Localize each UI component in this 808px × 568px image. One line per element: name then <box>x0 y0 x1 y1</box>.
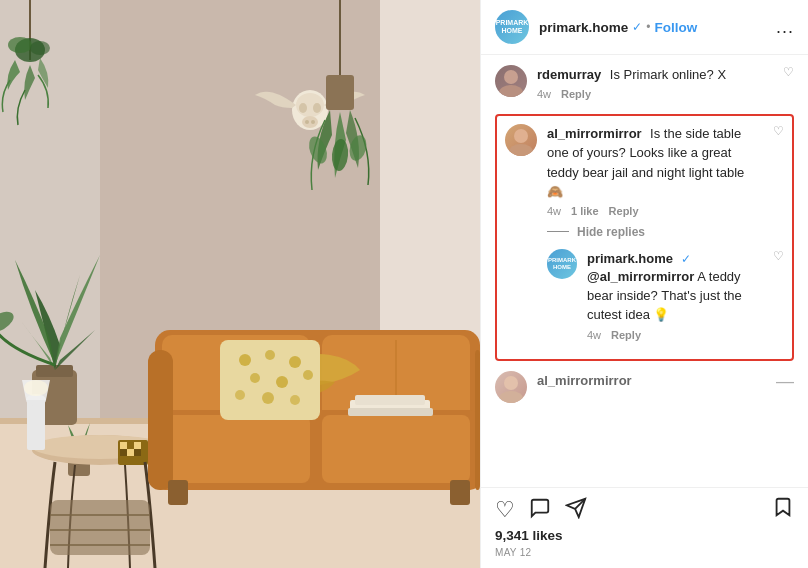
action-icons-row: ♡ <box>495 496 794 524</box>
svg-rect-31 <box>120 442 127 449</box>
verified-icon-small: ✓ <box>681 252 691 266</box>
reply-button[interactable]: Reply <box>609 205 639 217</box>
header-info: primark.home ✓ • Follow <box>539 20 776 35</box>
comment-username[interactable]: rdemurray <box>537 67 601 82</box>
header-avatar: PRIMARK HOME <box>495 10 529 44</box>
svg-rect-32 <box>134 442 141 449</box>
comment-username[interactable]: al_mirrormirror <box>537 373 632 388</box>
svg-rect-63 <box>168 480 188 505</box>
reply-button[interactable]: Reply <box>561 88 591 100</box>
svg-point-58 <box>262 392 274 404</box>
like-icon[interactable]: ♡ <box>773 249 784 263</box>
svg-rect-61 <box>355 395 425 405</box>
dot-separator: • <box>646 20 650 34</box>
post-header: PRIMARK HOME primark.home ✓ • Follow ... <box>481 0 808 55</box>
svg-rect-47 <box>322 415 470 483</box>
comment-avatar: PRIMARKHOME <box>547 249 577 279</box>
post-date: MAY 12 <box>495 547 794 564</box>
svg-rect-33 <box>127 449 134 456</box>
svg-rect-36 <box>50 500 150 555</box>
like-icon[interactable]: ♡ <box>783 65 794 79</box>
right-panel: PRIMARK HOME primark.home ✓ • Follow ...… <box>480 0 808 568</box>
reply-button[interactable]: Reply <box>611 329 641 341</box>
svg-rect-62 <box>348 408 433 416</box>
svg-point-11 <box>299 103 307 113</box>
svg-rect-27 <box>27 400 45 450</box>
svg-point-13 <box>302 116 318 128</box>
svg-point-51 <box>239 354 251 366</box>
svg-point-69 <box>504 376 518 390</box>
svg-rect-34 <box>120 449 127 456</box>
highlighted-comment-box: al_mirrormirror Is the side table one of… <box>495 114 794 360</box>
hide-replies-text[interactable]: Hide replies <box>577 225 645 239</box>
svg-point-29 <box>24 380 48 396</box>
comment-avatar <box>495 65 527 97</box>
comment-meta: 4w Reply <box>587 329 763 341</box>
comment-username[interactable]: primark.home <box>587 251 673 266</box>
svg-point-54 <box>250 373 260 383</box>
comment-item: al_mirrormirror Is the side table one of… <box>505 124 784 217</box>
comment-item: rdemurray Is Primark online? X 4w Reply … <box>495 65 794 100</box>
comment-body: al_mirrormirror Is the side table one of… <box>547 124 763 217</box>
comment-time: 4w <box>537 88 551 100</box>
svg-point-53 <box>289 356 301 368</box>
post-image <box>0 0 480 568</box>
like-icon[interactable]: ♡ <box>773 124 784 138</box>
svg-rect-48 <box>148 350 173 490</box>
svg-rect-49 <box>475 350 480 490</box>
svg-point-8 <box>30 41 50 55</box>
comment-username[interactable]: al_mirrormirror <box>547 126 642 141</box>
svg-point-65 <box>504 70 518 84</box>
like-action-button[interactable]: ♡ <box>495 497 515 523</box>
share-action-button[interactable] <box>565 497 587 524</box>
comment-likes: 1 like <box>571 205 599 217</box>
comment-time: 4w <box>587 329 601 341</box>
svg-rect-17 <box>326 75 354 110</box>
follow-button[interactable]: Follow <box>654 20 697 35</box>
comment-body: rdemurray Is Primark online? X 4w Reply <box>537 65 773 100</box>
partial-comment-item: al_mirrormirror — <box>495 371 794 403</box>
comment-body: primark.home ✓ @al_mirrormirror A teddy … <box>587 249 763 341</box>
svg-point-55 <box>276 376 288 388</box>
svg-point-67 <box>514 129 528 143</box>
svg-point-66 <box>499 85 523 97</box>
svg-point-68 <box>509 144 533 156</box>
collapse-icon[interactable]: — <box>776 371 794 392</box>
hide-replies-toggle[interactable]: Hide replies <box>547 225 784 239</box>
svg-point-14 <box>305 120 309 124</box>
svg-point-12 <box>313 103 321 113</box>
svg-point-59 <box>290 395 300 405</box>
svg-point-52 <box>265 350 275 360</box>
svg-rect-64 <box>450 480 470 505</box>
bookmark-action-button[interactable] <box>772 496 794 524</box>
comment-action-button[interactable] <box>529 497 551 524</box>
svg-rect-35 <box>134 449 141 456</box>
post-actions: ♡ 9,341 likes MAY 12 <box>481 487 808 568</box>
comment-time: 4w <box>547 205 561 217</box>
comment-meta: 4w Reply <box>537 88 773 100</box>
more-options-button[interactable]: ... <box>776 17 794 38</box>
comments-section: rdemurray Is Primark online? X 4w Reply … <box>481 55 808 487</box>
svg-point-70 <box>499 391 523 403</box>
likes-count: 9,341 likes <box>495 524 794 547</box>
comment-text: @al_mirrormirror A teddy bear inside? Th… <box>587 269 742 322</box>
comment-avatar <box>505 124 537 156</box>
header-username[interactable]: primark.home <box>539 20 628 35</box>
comment-body: al_mirrormirror <box>537 371 766 389</box>
comment-text: Is Primark online? X <box>610 67 726 82</box>
svg-rect-46 <box>162 415 310 483</box>
nested-reply: PRIMARKHOME primark.home ✓ @al_mirrormir… <box>547 249 784 341</box>
svg-point-57 <box>235 390 245 400</box>
hide-replies-line <box>547 231 569 232</box>
comment-avatar <box>495 371 527 403</box>
svg-point-56 <box>303 370 313 380</box>
comment-meta: 4w 1 like Reply <box>547 205 763 217</box>
verified-icon: ✓ <box>632 20 642 34</box>
svg-point-15 <box>311 120 315 124</box>
svg-point-7 <box>8 37 32 53</box>
